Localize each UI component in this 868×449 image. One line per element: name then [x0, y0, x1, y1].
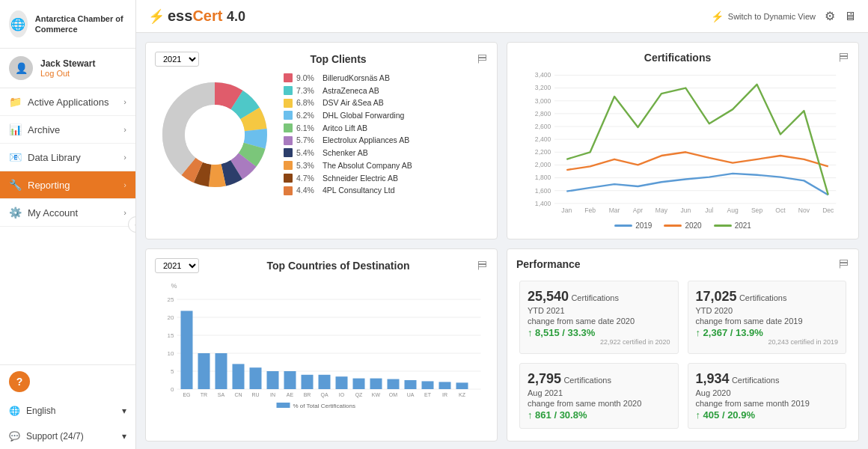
svg-text:Dec: Dec: [822, 207, 834, 214]
settings-button[interactable]: ⚙: [825, 9, 835, 23]
legend-item: 6.1% Aritco Lift AB: [284, 123, 488, 134]
legend-pct: 9.0%: [296, 73, 319, 84]
sidebar-item-archive[interactable]: 📊 Archive ›: [0, 116, 135, 144]
legend-name: The Absolut Company AB: [323, 160, 412, 171]
svg-rect-72: [284, 371, 296, 389]
nav-label-active-applications: Active Applications: [28, 97, 109, 108]
top-clients-card: 202120202019 Top Clients ⛿: [145, 42, 498, 239]
sidebar-item-active-applications[interactable]: 📁 Active Applications ›: [0, 88, 135, 116]
filter-icon[interactable]: ⛿: [477, 53, 488, 65]
nav-label-archive: Archive: [28, 124, 60, 135]
perf-cert-label: Certifications: [563, 376, 611, 385]
bolt-icon: ⚡: [711, 10, 724, 22]
svg-text:Jan: Jan: [561, 207, 572, 214]
svg-text:KZ: KZ: [459, 392, 466, 397]
sidebar-item-reporting[interactable]: 🔧 Reporting ›: [0, 171, 135, 199]
legend-pct: 4.4%: [296, 185, 319, 196]
svg-text:2,600: 2,600: [535, 123, 551, 130]
top-countries-year-select[interactable]: 202120202019: [155, 258, 199, 273]
svg-text:%: %: [171, 282, 177, 290]
svg-text:Aug: Aug: [727, 207, 739, 214]
help-button[interactable]: ?: [9, 371, 30, 392]
header-right: ⚡ Switch to Dynamic View ⚙ 🖥: [711, 9, 856, 23]
legend-name: 4PL Consultancy Ltd: [323, 185, 395, 196]
svg-text:2,000: 2,000: [535, 161, 551, 168]
legend-item: 4.4% 4PL Consultancy Ltd: [284, 185, 488, 196]
svg-text:Apr: Apr: [633, 207, 643, 214]
clients-legend: 9.0% BillerudKorsnäs AB 7.3% AstraZeneca…: [284, 73, 488, 198]
dynamic-view-label: Switch to Dynamic View: [728, 12, 816, 21]
sidebar-item-data-library[interactable]: 📧 Data Library ›: [0, 144, 135, 171]
dynamic-view-button[interactable]: ⚡ Switch to Dynamic View: [711, 10, 816, 22]
svg-text:15: 15: [168, 332, 174, 339]
perf-change-value: ↑ 2,367 / 13.9%: [696, 327, 839, 338]
top-clients-year-select[interactable]: 202120202019: [155, 52, 199, 67]
svg-text:2,800: 2,800: [535, 110, 551, 117]
svg-rect-84: [388, 379, 400, 389]
perf-card-1: 17,025 Certifications YTD 2020 change fr…: [688, 281, 847, 354]
perf-change-value: ↑ 8,515 / 33.3%: [528, 327, 670, 338]
svg-text:3,400: 3,400: [535, 71, 551, 79]
top-clients-body: 9.0% BillerudKorsnäs AB 7.3% AstraZeneca…: [155, 73, 488, 198]
countries-filter-icon[interactable]: ⛿: [477, 260, 488, 272]
svg-text:Jun: Jun: [680, 207, 691, 214]
svg-rect-68: [250, 367, 262, 389]
svg-text:TR: TR: [201, 392, 207, 397]
footer-language[interactable]: 🌐 English ▾: [0, 398, 135, 424]
perf-note: 22,922 certified in 2020: [528, 338, 670, 346]
svg-rect-92: [456, 382, 468, 389]
language-label: English: [26, 406, 55, 416]
brand: ⚡ essCert 4.0: [148, 7, 245, 25]
svg-text:IN: IN: [270, 392, 275, 397]
perf-change-value: ↑ 405 / 20.9%: [696, 409, 839, 421]
svg-text:IR: IR: [442, 392, 447, 397]
perf-cert-label: Certifications: [739, 293, 787, 302]
legend-color: [284, 136, 293, 145]
bar-chart-svg: % 25 20 15 10 5 0 EG TR: [155, 279, 488, 410]
svg-point-12: [185, 105, 245, 165]
performance-card: Performance ⛿ 25,540 Certifications YTD …: [507, 248, 859, 442]
legend-2021-label: 2021: [735, 222, 751, 230]
legend-color: [284, 161, 293, 170]
svg-text:Oct: Oct: [775, 207, 786, 214]
perf-change-label: change from same month 2020: [528, 399, 670, 408]
header: ⚡ essCert 4.0 ⚡ Switch to Dynamic View ⚙…: [136, 0, 868, 33]
perf-change-value: ↑ 861 / 30.8%: [528, 409, 670, 421]
svg-rect-78: [336, 376, 348, 389]
legend-color: [284, 174, 293, 183]
brand-icon: ⚡: [148, 8, 165, 25]
chevron-down-icon: ▾: [122, 406, 126, 416]
svg-rect-90: [439, 382, 451, 389]
legend-name: Schneider Electric AB: [323, 173, 398, 184]
legend-pct: 7.3%: [296, 85, 319, 97]
svg-text:1,600: 1,600: [535, 187, 551, 195]
legend-color: [284, 73, 293, 82]
perf-number: 25,540: [528, 289, 569, 304]
footer-support[interactable]: 💬 Support (24/7) ▾: [0, 424, 135, 449]
certifications-card: Certifications ⛿ 3,400 3,200 3,000 2,800…: [507, 42, 859, 239]
screenshot-button[interactable]: 🖥: [844, 10, 856, 23]
svg-text:2,200: 2,200: [535, 148, 551, 156]
user-name: Jack Stewart: [40, 58, 95, 69]
sidebar-item-my-account[interactable]: ⚙️ My Account ›: [0, 199, 135, 227]
donut-chart: [155, 75, 275, 195]
support-icon: 💬: [9, 431, 20, 442]
legend-name: Aritco Lift AB: [323, 123, 367, 134]
top-clients-title: Top Clients: [310, 53, 366, 65]
perf-change-label: change from same date 2020: [528, 317, 670, 326]
perf-change-label: change from same month 2019: [696, 399, 839, 408]
svg-rect-62: [198, 353, 210, 389]
svg-text:BR: BR: [304, 392, 311, 397]
legend-pct: 5.3%: [296, 160, 319, 171]
cert-filter-icon[interactable]: ⛿: [839, 52, 849, 64]
legend-pct: 4.7%: [296, 173, 319, 184]
logout-link[interactable]: Log Out: [40, 69, 95, 78]
svg-rect-82: [370, 379, 382, 389]
legend-item: 6.2% DHL Global Forwarding: [284, 110, 488, 121]
performance-grid: 25,540 Certifications YTD 2021 change fr…: [516, 278, 849, 432]
legend-pct: 5.7%: [296, 135, 319, 146]
legend-2019: 2019: [614, 222, 652, 230]
nav-label-my-account: My Account: [28, 207, 78, 219]
perf-filter-icon[interactable]: ⛿: [839, 258, 849, 270]
svg-rect-66: [233, 364, 245, 389]
